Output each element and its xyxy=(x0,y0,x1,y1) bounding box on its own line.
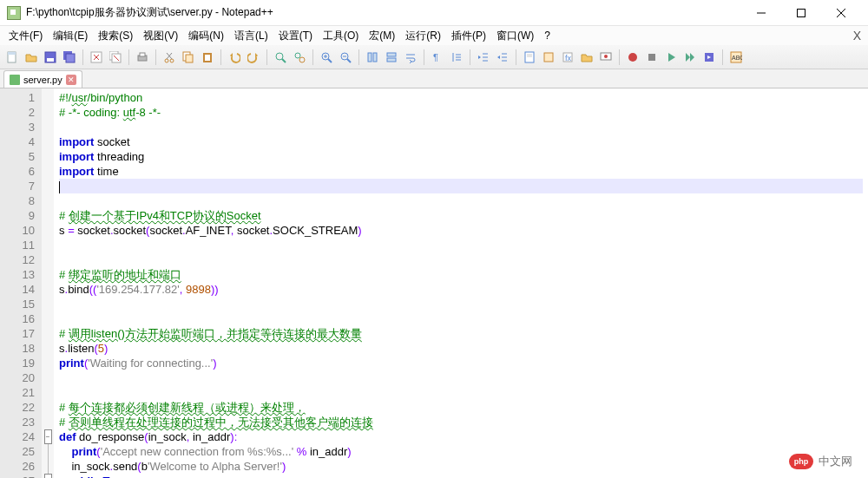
save-all-icon[interactable] xyxy=(61,49,78,66)
func-list-icon[interactable]: fx xyxy=(559,49,576,66)
svg-rect-38 xyxy=(373,53,377,62)
replace-icon[interactable] xyxy=(291,49,308,66)
copy-icon[interactable] xyxy=(180,49,197,66)
menu-file[interactable]: 文件(F) xyxy=(3,27,48,45)
code-line[interactable]: s.bind(('169.254.177.82', 9898)) xyxy=(59,282,863,297)
code-line[interactable]: # 调用listen()方法开始监听端口，并指定等待连接的最大数量 xyxy=(59,326,863,341)
svg-line-27 xyxy=(282,59,286,62)
code-line[interactable] xyxy=(59,179,863,193)
sync-v-icon[interactable] xyxy=(364,49,381,66)
code-line[interactable]: print('Waiting for connecting...') xyxy=(59,356,863,370)
menu-plugins[interactable]: 插件(P) xyxy=(446,27,491,45)
svg-point-61 xyxy=(628,53,637,62)
print-icon[interactable] xyxy=(134,49,151,66)
close-all-icon[interactable] xyxy=(107,49,124,66)
menu-close-icon[interactable]: X xyxy=(853,29,861,43)
menu-edit[interactable]: 编辑(E) xyxy=(48,27,93,45)
code-line[interactable]: #!/usr/bin/python xyxy=(59,90,863,105)
code-line[interactable]: # 创建一个基于IPv4和TCP协议的Socket xyxy=(59,208,863,223)
code-line[interactable]: while True: xyxy=(59,474,863,478)
code-line[interactable]: import socket xyxy=(59,134,863,149)
code-line[interactable]: import time xyxy=(59,164,863,179)
folder-workspace-icon[interactable] xyxy=(578,49,595,66)
code-line[interactable] xyxy=(59,193,863,208)
code-line[interactable]: # -*- coding: utf-8 -*- xyxy=(59,105,863,120)
paste-icon[interactable] xyxy=(199,49,216,66)
code-line[interactable] xyxy=(59,297,863,311)
maximize-button[interactable] xyxy=(781,1,821,25)
record-macro-icon[interactable] xyxy=(624,49,641,66)
zoom-out-icon[interactable] xyxy=(337,49,354,66)
file-tab-active[interactable]: server.py ✕ xyxy=(3,70,82,88)
code-line[interactable]: # 否则单线程在处理连接的过程中，无法接受其他客户端的连接 xyxy=(59,415,863,429)
code-line[interactable]: # 每个连接都必须创建新线程（或进程）来处理， xyxy=(59,400,863,415)
fold-toggle-icon[interactable]: − xyxy=(44,429,52,444)
close-file-icon[interactable] xyxy=(88,49,105,66)
tab-close-icon[interactable]: ✕ xyxy=(66,75,76,85)
app-icon xyxy=(7,6,21,20)
redo-icon[interactable] xyxy=(245,49,262,66)
menu-help[interactable]: ? xyxy=(539,28,556,43)
indent-icon[interactable] xyxy=(475,49,492,66)
code-line[interactable]: # 绑定监听的地址和端口 xyxy=(59,267,863,282)
editor[interactable]: 1234567891011121314151617181920212223242… xyxy=(0,88,868,478)
find-icon[interactable] xyxy=(272,49,289,66)
play-multi-icon[interactable] xyxy=(681,49,699,66)
fold-toggle-icon[interactable]: − xyxy=(44,474,52,478)
code-line[interactable] xyxy=(59,238,863,252)
undo-icon[interactable] xyxy=(226,49,243,66)
stop-macro-icon[interactable] xyxy=(643,49,661,66)
wrap-icon[interactable] xyxy=(402,49,419,66)
menu-encoding[interactable]: 编码(N) xyxy=(183,27,229,45)
code-line[interactable] xyxy=(59,385,863,400)
menu-view[interactable]: 视图(V) xyxy=(138,27,183,45)
cut-icon[interactable] xyxy=(161,49,178,66)
show-all-chars-icon[interactable]: ¶ xyxy=(429,49,446,66)
spellcheck-icon[interactable]: ABC xyxy=(727,49,745,66)
menu-run[interactable]: 运行(R) xyxy=(400,27,446,45)
code-line[interactable] xyxy=(59,120,863,134)
menu-window[interactable]: 窗口(W) xyxy=(491,27,539,45)
tabbar: server.py ✕ xyxy=(0,69,868,88)
svg-point-26 xyxy=(276,53,283,60)
code-line[interactable]: s = socket.socket(socket.AF_INET, socket… xyxy=(59,223,863,238)
code-line[interactable]: def do_response(in_sock, in_addr): xyxy=(59,429,863,444)
outdent-icon[interactable] xyxy=(494,49,511,66)
toolbar-separator xyxy=(619,49,620,65)
code-line[interactable]: s.listen(5) xyxy=(59,341,863,356)
svg-rect-37 xyxy=(368,53,372,62)
code-line[interactable] xyxy=(59,370,863,385)
save-macro-icon[interactable] xyxy=(700,49,718,66)
toolbar-separator xyxy=(516,49,516,65)
python-file-icon xyxy=(10,75,20,85)
toolbar-separator xyxy=(424,49,424,65)
doc-map-icon[interactable] xyxy=(521,49,538,66)
close-button[interactable] xyxy=(821,1,861,25)
code-line[interactable] xyxy=(59,311,863,326)
indent-guide-icon[interactable] xyxy=(448,49,465,66)
code-area[interactable]: #!/usr/bin/python# -*- coding: utf-8 -*-… xyxy=(54,88,868,478)
svg-point-19 xyxy=(170,59,174,62)
sync-h-icon[interactable] xyxy=(383,49,400,66)
code-line[interactable]: print('Accept new connection from %s:%s.… xyxy=(59,444,863,459)
menu-macro[interactable]: 宏(M) xyxy=(364,27,400,45)
menu-search[interactable]: 搜索(S) xyxy=(93,27,138,45)
toolbar: ¶ fx ABC xyxy=(0,45,868,69)
menu-settings[interactable]: 设置(T) xyxy=(273,27,318,45)
menu-tools[interactable]: 工具(O) xyxy=(318,27,364,45)
code-line[interactable]: import threading xyxy=(59,149,863,164)
fold-column: −− xyxy=(42,88,54,478)
new-file-icon[interactable] xyxy=(3,49,21,66)
play-macro-icon[interactable] xyxy=(662,49,680,66)
save-icon[interactable] xyxy=(42,49,59,66)
open-file-icon[interactable] xyxy=(23,49,40,66)
menu-language[interactable]: 语言(L) xyxy=(229,27,273,45)
monitor-icon[interactable] xyxy=(597,49,615,66)
minimize-button[interactable] xyxy=(741,1,781,25)
zoom-in-icon[interactable] xyxy=(318,49,335,66)
svg-rect-23 xyxy=(186,55,193,62)
toolbar-separator xyxy=(358,49,359,65)
doc-list-icon[interactable] xyxy=(540,49,557,66)
code-line[interactable]: in_sock.send(b'Welcome to Alpha Server!'… xyxy=(59,459,863,474)
code-line[interactable] xyxy=(59,252,863,267)
